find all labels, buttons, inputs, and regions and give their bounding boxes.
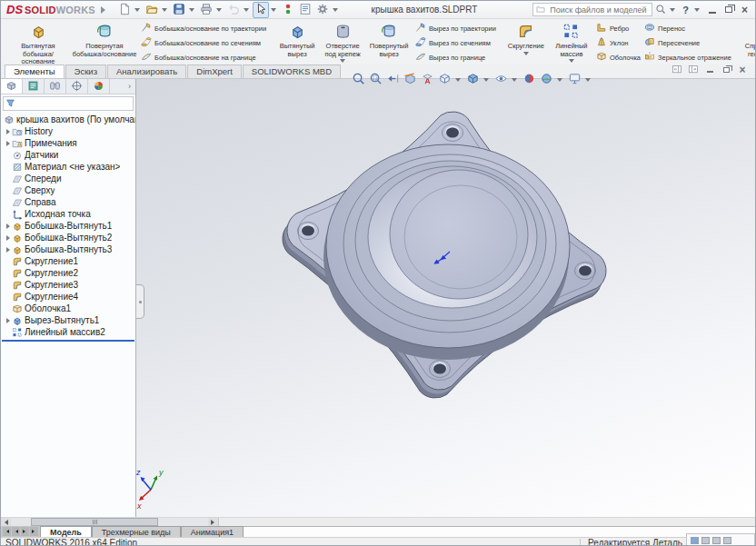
save-button[interactable]	[171, 2, 187, 18]
feature-cut-extrude1[interactable]: Вырез-Вытянуть1	[1, 314, 135, 326]
scrollbar-track[interactable]	[11, 518, 208, 526]
shell-button[interactable]: Оболочка	[596, 51, 641, 64]
graphics-viewport[interactable]: x y z	[136, 79, 755, 517]
tree-filter-box[interactable]	[3, 96, 134, 111]
new-document-button[interactable]	[116, 2, 133, 18]
feature-fillet1[interactable]: Скругление1	[1, 255, 135, 267]
minimize-button[interactable]	[705, 4, 719, 16]
open-button[interactable]	[144, 2, 160, 18]
part-root[interactable]: крышка вахитов (По умолчанию<<По у	[1, 114, 135, 125]
sensors-folder[interactable]: Датчики	[1, 149, 135, 161]
history-folder[interactable]: History	[1, 125, 135, 137]
previous-tab-button[interactable]	[12, 527, 20, 536]
annotations-folder[interactable]: Примечания	[1, 137, 135, 149]
previous-view-button[interactable]	[385, 72, 401, 87]
open-dropdown[interactable]	[162, 8, 167, 15]
plane-right[interactable]: Справа	[1, 196, 135, 208]
tab-animation1[interactable]: Анимация1	[181, 526, 244, 537]
apply-scene-dropdown[interactable]	[557, 78, 562, 84]
doc-close-button[interactable]: ×	[737, 65, 748, 75]
revolved-cut-button[interactable]: Повернутый вырез	[364, 21, 413, 65]
print-dropdown[interactable]	[216, 8, 222, 15]
model-dome[interactable]	[390, 170, 528, 299]
horizontal-scrollbar[interactable]	[1, 518, 219, 526]
edit-appearance-button[interactable]	[522, 72, 537, 87]
mirror-button[interactable]: Зеркальное отражение	[644, 51, 731, 64]
panel-splitter-handle[interactable]	[136, 284, 144, 319]
save-dropdown[interactable]	[189, 8, 194, 15]
first-tab-button[interactable]	[3, 527, 11, 536]
print-button[interactable]	[198, 2, 214, 18]
hole-wizard-button[interactable]: Отверстие под крепеж	[321, 21, 364, 65]
intersect-button[interactable]: Пересечение	[644, 36, 731, 49]
apply-scene-button[interactable]	[539, 72, 554, 87]
section-view-button[interactable]	[403, 72, 418, 87]
next-tab-button[interactable]	[21, 527, 29, 536]
scrollbar-thumb[interactable]	[31, 518, 158, 526]
material[interactable]: Материал <не указан>	[1, 161, 135, 173]
collapse-pane-right-icon[interactable]	[688, 64, 699, 76]
tab-elements[interactable]: Элементы	[5, 65, 65, 78]
file-search-box[interactable]	[532, 3, 652, 16]
feature-fillet4[interactable]: Скругление4	[1, 291, 135, 303]
lofted-boss-button[interactable]: Бобышка/основание по сечениям	[141, 36, 266, 49]
boundary-boss-button[interactable]: Бобышка/основание на границе	[141, 51, 266, 64]
last-tab-button[interactable]	[30, 527, 38, 536]
feature-fillet2[interactable]: Скругление2	[1, 267, 135, 279]
view-settings-dropdown[interactable]	[585, 78, 591, 84]
feature-linear-pattern2[interactable]: Линейный массив2	[1, 326, 135, 338]
zoom-to-area-button[interactable]	[368, 72, 383, 87]
extruded-boss-button[interactable]: Вытянутая бобышка/основание	[6, 21, 70, 65]
tab-evaluate[interactable]: Анализировать	[107, 65, 186, 78]
undo-dropdown[interactable]	[244, 8, 249, 15]
file-properties-button[interactable]	[297, 2, 313, 18]
featuremanager-tab[interactable]	[1, 79, 23, 94]
swept-cut-button[interactable]: Вырез по траектории	[415, 22, 496, 35]
lofted-cut-button[interactable]: Вырез по сечениям	[415, 36, 496, 49]
extruded-cut-button[interactable]: Вытянутый вырез	[274, 21, 321, 65]
doc-restore-button[interactable]	[721, 65, 731, 75]
tab-model[interactable]: Модель	[40, 526, 92, 537]
tab-dimxpert[interactable]: DimXpert	[187, 65, 242, 78]
tab-sketch[interactable]: Эскиз	[65, 65, 106, 78]
zoom-to-fit-button[interactable]	[351, 72, 366, 87]
help-dropdown[interactable]	[694, 8, 700, 15]
tab-solidworks-mbd[interactable]: SOLIDWORKS MBD	[243, 65, 341, 78]
feature-fillet3[interactable]: Скругление3	[1, 279, 135, 291]
collapse-pane-left-icon[interactable]	[671, 64, 682, 76]
close-button[interactable]: ×	[738, 4, 751, 16]
origin[interactable]: Исходная точка	[1, 208, 135, 220]
display-style-button[interactable]	[465, 72, 481, 87]
tray-icon[interactable]	[701, 537, 710, 544]
search-magnifier-icon[interactable]	[655, 4, 666, 16]
help-button[interactable]: ?	[681, 5, 691, 15]
new-document-dropdown[interactable]	[134, 8, 140, 15]
plane-front[interactable]: Спереди	[1, 173, 135, 184]
search-dropdown[interactable]	[670, 8, 675, 15]
scroll-left-arrow[interactable]	[1, 518, 11, 526]
linear-pattern-button[interactable]: Линейный массив	[549, 21, 594, 65]
search-input[interactable]	[548, 5, 649, 15]
scroll-right-arrow[interactable]	[208, 518, 218, 526]
view-settings-button[interactable]	[567, 72, 582, 87]
boundary-cut-button[interactable]: Вырез по границе	[415, 51, 496, 64]
select-cursor-dropdown[interactable]	[271, 8, 276, 15]
revolved-boss-button[interactable]: Повернутая бобышка/основание	[70, 21, 139, 65]
swept-boss-button[interactable]: Бобышка/основание по траектории	[141, 22, 266, 35]
tray-icon[interactable]	[712, 537, 721, 544]
menu-expand-arrow[interactable]	[101, 6, 109, 14]
view-orientation-button[interactable]	[437, 72, 453, 87]
displaymanager-tab[interactable]	[88, 79, 110, 94]
display-style-dropdown[interactable]	[483, 78, 489, 84]
doc-minimize-button[interactable]	[704, 65, 715, 75]
tray-icon[interactable]	[691, 537, 699, 544]
tab-3d-views[interactable]: Трехмерные виды	[92, 526, 181, 537]
hide-show-items-button[interactable]	[493, 72, 509, 87]
restore-button[interactable]	[721, 4, 735, 16]
fillet-button[interactable]: Скругление	[503, 21, 549, 65]
draft-button[interactable]: Уклон	[596, 36, 641, 49]
panel-tabs-chevron[interactable]: ›	[124, 79, 135, 94]
rollback-bar[interactable]	[2, 339, 134, 342]
options-dropdown[interactable]	[333, 8, 338, 15]
wrap-button[interactable]: Перенос	[644, 22, 731, 35]
